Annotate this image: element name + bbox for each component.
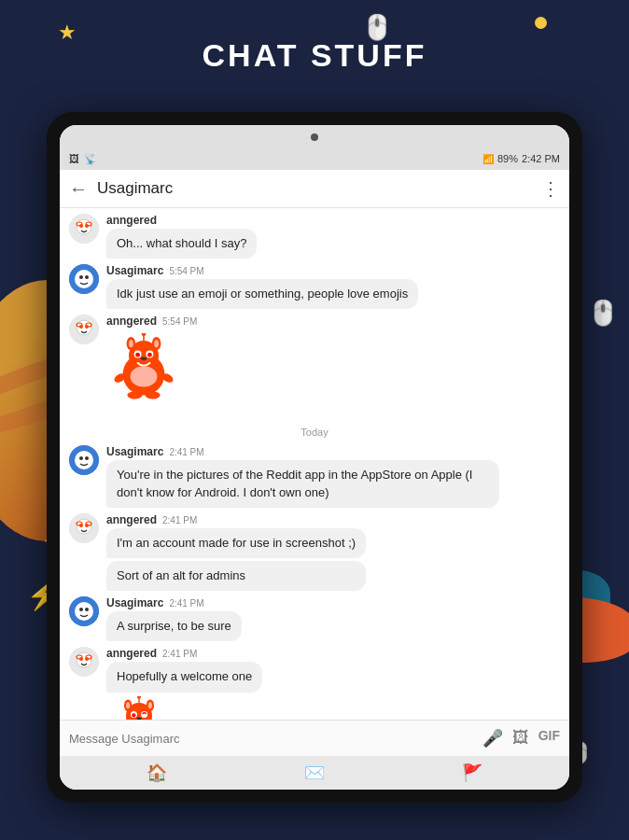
message-bubble: Sort of an alt for admins (106, 561, 366, 591)
svg-point-9 (85, 275, 89, 279)
chat-input-area: 🎤 🖼 GIF (60, 720, 569, 756)
chat-title: Usagimarc (97, 179, 532, 198)
message-content: anngered 2:41 PM Hopefully a welcome one (106, 647, 262, 720)
message-row: anngered 2:41 PM Hopefully a welcome one (69, 647, 560, 720)
message-meta: Usagimarc 2:41 PM (106, 445, 499, 458)
message-meta: anngered 2:41 PM (106, 513, 366, 526)
message-row: Usagimarc 2:41 PM A surprise, to be sure (69, 596, 560, 641)
bottom-navigation: 🏠 ✉️ 🚩 (60, 756, 569, 790)
battery-level: 89% (497, 153, 518, 164)
message-content: Usagimarc 5:54 PM Idk just use an emoji … (106, 264, 418, 309)
wifi-icon: 📶 (482, 154, 494, 164)
svg-point-46 (79, 608, 83, 611)
svg-point-8 (79, 275, 83, 279)
nav-flag-icon[interactable]: 🚩 (462, 763, 482, 783)
image-attach-icon[interactable]: 🖼 (512, 728, 529, 749)
svg-point-45 (75, 602, 93, 621)
avatar (69, 647, 99, 677)
message-username: Usagimarc (106, 596, 163, 609)
message-username: anngered (106, 315, 157, 328)
message-input[interactable] (69, 732, 475, 746)
chat-header: ← Usagimarc ⋮ (60, 170, 569, 208)
svg-point-63 (148, 702, 152, 708)
svg-point-37 (85, 456, 89, 460)
svg-point-25 (129, 341, 133, 348)
svg-point-36 (79, 456, 83, 460)
camera-bar (60, 125, 569, 147)
status-bar-left: 🖼 📡 (69, 153, 97, 165)
svg-point-26 (154, 341, 159, 348)
phone-screen: 🖼 📡 📶 89% 2:42 PM ← Usagimarc ⋮ (60, 125, 569, 790)
message-content: Usagimarc 2:41 PM A surprise, to be sure (106, 596, 242, 641)
svg-point-22 (141, 357, 147, 360)
svg-point-33 (142, 333, 147, 336)
date-divider: Today (69, 427, 560, 438)
avatar (69, 596, 99, 626)
avatar (69, 264, 99, 294)
nav-mail-icon[interactable]: ✉️ (304, 763, 325, 783)
svg-point-30 (127, 392, 142, 399)
avatar (69, 445, 99, 475)
gif-icon[interactable]: GIF (538, 728, 560, 749)
microphone-icon[interactable]: 🎤 (482, 728, 503, 749)
message-time: 2:41 PM (169, 598, 203, 609)
status-bar: 🖼 📡 📶 89% 2:42 PM (60, 147, 569, 170)
svg-point-70 (137, 696, 141, 699)
message-username: anngered (106, 513, 157, 526)
image-status-icon: 🖼 (69, 153, 79, 164)
message-username: anngered (106, 647, 157, 660)
message-bubble: Idk just use an emoji or something, peop… (106, 279, 418, 309)
message-username: anngered (106, 214, 157, 227)
nav-home-icon[interactable]: 🏠 (147, 763, 167, 783)
message-content: Usagimarc 2:41 PM You're in the pictures… (106, 445, 499, 507)
svg-point-47 (85, 608, 89, 611)
message-bubble: A surprise, to be sure (106, 611, 242, 641)
message-bubble: I'm an account made for use in screensho… (106, 528, 366, 558)
cursor-decoration-right: 🖱️ (588, 299, 618, 328)
message-meta: anngered 5:54 PM (106, 315, 197, 328)
cast-status-icon: 📡 (84, 153, 97, 165)
clock-display: 2:42 PM (522, 153, 560, 164)
svg-point-62 (126, 702, 130, 708)
svg-point-31 (146, 392, 161, 399)
message-row: anngered 5:54 PM (69, 315, 560, 412)
message-time: 2:41 PM (162, 515, 197, 525)
message-row: anngered Oh... what should I say? (69, 214, 560, 259)
message-content: anngered 2:41 PM I'm an account made for… (106, 513, 366, 591)
message-content: anngered Oh... what should I say? (106, 214, 257, 259)
message-meta: Usagimarc 5:54 PM (106, 264, 418, 277)
message-row: Usagimarc 5:54 PM Idk just use an emoji … (69, 264, 560, 309)
chat-input-icons: 🎤 🖼 GIF (482, 728, 560, 749)
message-meta: anngered 2:41 PM (106, 647, 262, 660)
message-bubble: Hopefully a welcome one (106, 662, 262, 692)
back-button[interactable]: ← (69, 178, 88, 200)
dot-decoration-right (535, 17, 547, 29)
message-time: 5:54 PM (162, 316, 197, 327)
phone-mockup: 🖼 📡 📶 89% 2:42 PM ← Usagimarc ⋮ (47, 112, 582, 803)
avatar (69, 214, 99, 244)
message-meta: anngered (106, 214, 257, 227)
svg-point-20 (135, 353, 140, 357)
page-title: CHAT STUFF (0, 37, 629, 74)
avatar (69, 315, 99, 344)
svg-point-58 (132, 713, 135, 717)
reddit-emoji (106, 333, 197, 412)
svg-point-29 (131, 367, 158, 387)
message-time: 2:41 PM (162, 649, 197, 659)
message-time: 2:41 PM (169, 447, 203, 457)
message-username: Usagimarc (106, 264, 163, 277)
message-bubble: Oh... what should I say? (106, 229, 257, 259)
message-content: anngered 5:54 PM (106, 315, 197, 412)
camera-dot (311, 133, 318, 141)
svg-point-7 (75, 270, 93, 288)
message-username: Usagimarc (106, 445, 163, 458)
message-row: Usagimarc 2:41 PM You're in the pictures… (69, 445, 560, 507)
message-row: anngered 2:41 PM I'm an account made for… (69, 513, 560, 591)
svg-point-35 (75, 451, 93, 469)
more-options-button[interactable]: ⋮ (541, 177, 560, 200)
status-bar-right: 📶 89% 2:42 PM (482, 153, 560, 164)
avatar (69, 513, 99, 543)
chat-messages-area: anngered Oh... what should I say? (60, 208, 569, 720)
message-meta: Usagimarc 2:41 PM (106, 596, 242, 609)
svg-point-21 (147, 353, 152, 357)
